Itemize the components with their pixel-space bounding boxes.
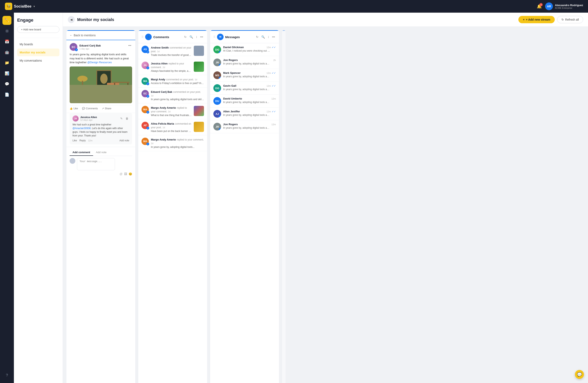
- back-circle-button[interactable]: ◀: [68, 16, 75, 23]
- fb-badge: f: [147, 143, 149, 145]
- sidebar-icon-grid[interactable]: ⊞: [2, 26, 11, 36]
- feed-name: Alina Felicia Maria: [151, 122, 174, 125]
- feed-time: 1d: [151, 95, 153, 97]
- list-item[interactable]: AS f Andrew Smith commented on your post…: [138, 43, 207, 59]
- feed-text: What is that one thing that frustrates y…: [151, 114, 192, 117]
- add-comment-section: Add comment Add note @ 🖼 😊: [66, 147, 135, 178]
- like-button[interactable]: 👍 Like: [70, 107, 78, 110]
- logo-caret: ▾: [34, 5, 35, 8]
- msg-time: 12m: [272, 97, 276, 100]
- double-check-icon: ✓✓: [272, 110, 276, 113]
- msg-text: In years gone by, adopting digital tools…: [223, 62, 270, 65]
- list-item[interactable]: AF f Alina Felicia Maria commented on yo…: [138, 119, 207, 135]
- list-item[interactable]: MS f Mark Spencer 12m ✓✓ In years gone b…: [210, 69, 279, 82]
- svg-point-8: [100, 74, 108, 84]
- list-item[interactable]: MA f Margo Andy Amerio replied to your c…: [138, 135, 207, 151]
- sidebar-icon-folder[interactable]: 📁: [2, 58, 11, 67]
- messages-filter-button[interactable]: ⫶: [267, 35, 270, 39]
- sidebar-item-monitor-my-socials[interactable]: Monitor my socials: [17, 49, 59, 56]
- comments-search-button[interactable]: 🔍: [189, 35, 194, 39]
- comment-input-area: @ 🖼 😊: [70, 158, 132, 176]
- share-button[interactable]: ↗ Share: [102, 107, 111, 110]
- reply-reply-button[interactable]: Reply: [79, 139, 86, 142]
- double-check-icon: ✓✓: [272, 46, 276, 49]
- post-actions: 👍 Like 💬 Comments ↗ Share: [70, 105, 132, 110]
- post-author-info: Eduard Carij Bak 1 day ago: [79, 44, 101, 50]
- fb-badge: f: [147, 127, 149, 130]
- tab-add-note[interactable]: Add note: [93, 150, 109, 156]
- double-check-icon: ✓✓: [272, 72, 276, 75]
- list-item[interactable]: DU f David Umberto 12m In years gone by,…: [210, 95, 279, 108]
- reply-delete-button[interactable]: 🗑: [125, 116, 129, 121]
- sidebar-icon-engage[interactable]: ✏️: [2, 16, 11, 25]
- list-item[interactable]: JR f Jon Rogers 12m In years gone by, ad…: [210, 120, 279, 133]
- feed-avatar: EC f: [142, 90, 149, 97]
- comment-input[interactable]: [77, 158, 115, 170]
- feed-name: Andrew Smith: [151, 46, 169, 49]
- sidebar-icon-chart[interactable]: 📊: [2, 69, 11, 78]
- list-item[interactable]: GG f Gavin Gall 12m ✓✓ In years gone by,…: [210, 82, 279, 95]
- reply-like-button[interactable]: Like: [72, 139, 77, 142]
- main-header: ◀ Monitor my socials + + Add new stream …: [63, 13, 294, 27]
- messages-column-avatar: ✉: [217, 34, 224, 40]
- sidebar-icons: ✏️ ⊞ 📅 🤖 📁 📊 💬 📄 ?: [0, 13, 14, 192]
- svg-rect-10: [107, 83, 119, 87]
- like-icon: 👍: [70, 107, 73, 110]
- msg-time: 12m: [267, 46, 271, 49]
- emoji-icon[interactable]: @: [120, 172, 123, 176]
- reply-mention[interactable]: @Anaclair30938: [72, 127, 91, 130]
- comments-column-avatar: 👤: [145, 34, 152, 40]
- messages-refresh-button[interactable]: ↻: [255, 35, 259, 39]
- post-more-button[interactable]: •••: [127, 43, 132, 48]
- messages-search-button[interactable]: 🔍: [260, 35, 266, 39]
- msg-time: 2h: [273, 59, 276, 61]
- sidebar-icon-robot[interactable]: 🤖: [2, 48, 11, 57]
- add-note-button[interactable]: Add note: [119, 139, 129, 142]
- tab-add-comment[interactable]: Add comment: [70, 150, 93, 156]
- sidebar-icon-calendar[interactable]: 📅: [2, 37, 11, 46]
- logo-area[interactable]: 🐝 SocialBee ▾: [5, 3, 35, 10]
- fb-badge: f: [75, 48, 78, 51]
- feed-content: Alina Felicia Maria commented on your po…: [151, 122, 192, 133]
- comments-filter-button[interactable]: ⫶: [195, 35, 198, 39]
- post-link[interactable]: @Design Resources: [87, 61, 112, 64]
- feed-time: 1d: [157, 50, 159, 53]
- list-item[interactable]: MA f Margo Andy Amerio replied to your c…: [138, 103, 207, 119]
- comments-refresh-button[interactable]: ↻: [183, 35, 188, 39]
- list-item[interactable]: MA f Margi Andy commented on your post. …: [138, 75, 207, 88]
- msg-text: Hi Clair, I noticed you were checking ou…: [223, 49, 270, 52]
- list-item[interactable]: DG f Daniel Glickman 12m ✓✓ Hi Clair, I …: [210, 43, 279, 56]
- room-scene: [70, 66, 132, 103]
- msg-avatar: JR f: [213, 123, 221, 131]
- share-icon: ↗: [102, 107, 104, 110]
- image-icon[interactable]: 🖼: [124, 172, 127, 176]
- post-author-area: EC f Eduard Carij Bak 1 day ago: [70, 43, 101, 51]
- reply-actions: Like Reply 12m Add note: [72, 139, 129, 142]
- double-check-icon: ✓✓: [272, 84, 276, 87]
- list-item[interactable]: AJ f Allen Jeniffer 12m ✓✓ In years gone…: [210, 108, 279, 120]
- main-header-left: ◀ Monitor my socials: [68, 16, 114, 23]
- comments-more-button[interactable]: •••: [199, 35, 204, 39]
- add-new-board-button[interactable]: + Add new board: [17, 26, 59, 33]
- sidebar-icon-message[interactable]: 💬: [2, 79, 11, 89]
- list-item[interactable]: JA f Jessica Allen replied to your comme…: [138, 59, 207, 75]
- svg-point-6: [79, 90, 85, 92]
- feed-name: Margo Andy Amerio: [151, 138, 176, 141]
- fb-badge: f: [219, 128, 221, 131]
- list-item[interactable]: JR f Jon Rogers 2h In years gone by, ado…: [210, 56, 279, 69]
- emoji-face-icon[interactable]: 😊: [129, 172, 132, 176]
- sidebar-icon-document[interactable]: 📄: [2, 90, 11, 99]
- svg-rect-3: [70, 87, 131, 103]
- list-item[interactable]: EC f Eduard Carij Bak commented on your …: [138, 88, 207, 103]
- sidebar-item-my-boards[interactable]: My boards: [17, 40, 59, 48]
- reply-time: 12 days ago: [80, 119, 97, 121]
- back-to-mentions-button[interactable]: ← Back to mentions: [70, 34, 96, 37]
- comments-button[interactable]: 💬 Comments: [82, 107, 98, 110]
- reply-edit-button[interactable]: ✎: [119, 116, 124, 121]
- post-avatar: EC f: [70, 43, 77, 51]
- messages-more-button[interactable]: •••: [271, 35, 276, 39]
- feed-avatar: MA f: [142, 138, 149, 145]
- sidebar-item-my-conversations[interactable]: My conversations: [17, 57, 59, 64]
- msg-text: In years gone by, adopting digital tools…: [223, 126, 270, 129]
- feed-text: In years gone by, adopting digital tools…: [151, 98, 204, 101]
